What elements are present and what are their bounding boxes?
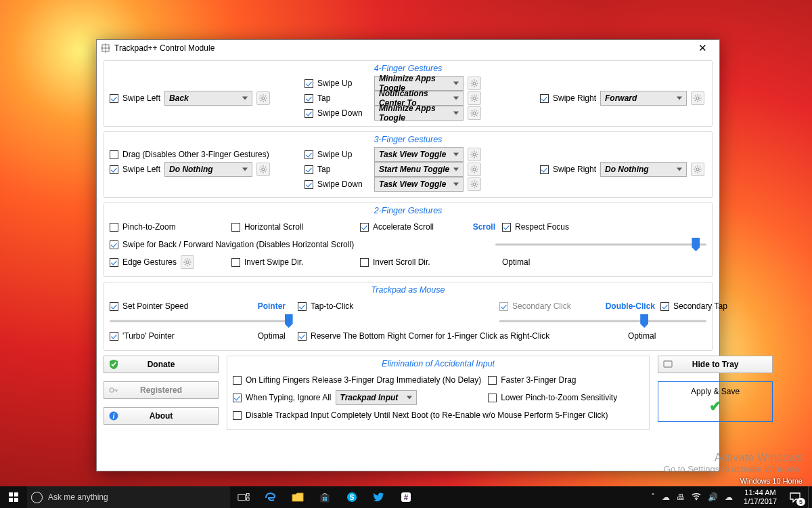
chk-turbo[interactable] — [110, 332, 118, 341]
store-icon[interactable] — [311, 486, 338, 508]
chk-swipenav[interactable] — [110, 240, 118, 249]
chk-4f-swipe-left[interactable] — [110, 94, 118, 103]
chk-reserve[interactable] — [298, 332, 307, 341]
combo-4f-swipe-left[interactable]: Back — [164, 91, 252, 106]
hide-button[interactable]: Hide to Tray — [658, 356, 773, 373]
taskview-button[interactable] — [230, 486, 257, 508]
group-title-2finger: 2-Finger Gestures — [110, 206, 706, 215]
chk-invert-swipe[interactable] — [231, 258, 240, 267]
cortana-icon — [31, 492, 43, 503]
search-box[interactable]: Ask me anything — [27, 486, 230, 508]
chk-set-speed[interactable] — [110, 302, 118, 311]
close-button[interactable]: ✕ — [690, 41, 715, 56]
action-center-button[interactable]: 5 — [782, 486, 808, 508]
link-double[interactable]: Double-Click — [606, 301, 655, 311]
slider-scroll[interactable] — [495, 238, 706, 251]
combo-3f-tap[interactable]: Start Menu Toggle — [374, 162, 464, 177]
chk-edge[interactable] — [110, 258, 118, 267]
lbl-3f-swipe-down: Swipe Down — [317, 179, 370, 189]
link-pointer[interactable]: Pointer — [258, 301, 286, 311]
show-desktop-button[interactable] — [808, 486, 812, 508]
gear-icon[interactable] — [468, 163, 481, 176]
wifi-icon[interactable] — [692, 492, 701, 503]
combo-3f-swipe-down[interactable]: Task View Toggle — [374, 177, 464, 192]
chk-typing[interactable] — [233, 394, 242, 402]
chk-respect[interactable] — [502, 223, 511, 232]
gear-icon[interactable] — [256, 163, 270, 176]
onedrive-icon[interactable]: ☁ — [725, 492, 733, 502]
gear-icon[interactable] — [691, 91, 704, 105]
volume-icon[interactable]: 🔊 — [708, 492, 718, 502]
taskbar-clock[interactable]: 11:44 AM 1/17/2017 — [738, 488, 782, 506]
combo-typing[interactable]: Trackpad Input — [336, 390, 417, 405]
about-button[interactable]: i About — [104, 407, 219, 425]
chk-3f-swipe-down[interactable] — [304, 180, 313, 189]
lbl-edge: Edge Gestures — [122, 257, 177, 267]
chk-hscroll[interactable] — [231, 223, 240, 232]
chk-invert-scroll[interactable] — [360, 258, 369, 267]
slider-double[interactable] — [499, 315, 706, 327]
combo-4f-swipe-down[interactable]: Minimize Apps Toogle — [374, 106, 464, 121]
chk-faster[interactable] — [488, 376, 497, 385]
chk-4f-swipe-up[interactable] — [304, 79, 313, 88]
lbl-set-speed: Set Pointer Speed — [122, 301, 188, 311]
titlebar[interactable]: Trackpad++ Control Module ✕ — [97, 40, 719, 56]
gear-icon[interactable] — [468, 148, 481, 161]
lbl-3f-swipe-up: Swipe Up — [317, 150, 370, 159]
chk-3f-tap[interactable] — [304, 165, 313, 174]
lbl-respect: Respect Focus — [515, 222, 569, 232]
svg-rect-27 — [323, 499, 325, 501]
combo-3f-swipe-up[interactable]: Task View Toggle — [374, 147, 464, 162]
bluetooth-icon[interactable]: 🖷 — [677, 492, 685, 502]
lbl-onlift: On Lifting Fingers Release 3-Finger Drag… — [246, 375, 481, 385]
chk-pinch[interactable] — [110, 223, 118, 232]
slack-icon[interactable]: # — [392, 486, 420, 508]
lbl-4f-tap: Tap — [317, 93, 370, 103]
chk-secondary-click[interactable] — [499, 302, 508, 311]
chk-accel[interactable] — [360, 223, 369, 232]
combo-4f-swipe-right[interactable]: Forward — [600, 91, 687, 106]
info-icon: i — [108, 410, 119, 421]
edge-icon[interactable] — [257, 486, 284, 508]
lbl-pinch: Pinch-to-Zoom — [122, 222, 176, 232]
cloud-icon[interactable]: ☁ — [662, 492, 670, 502]
chk-lower-pinch[interactable] — [488, 394, 497, 402]
start-button[interactable] — [0, 486, 27, 508]
system-tray[interactable]: ˄ ☁ 🖷 🔊 ☁ — [646, 492, 738, 503]
registered-button[interactable]: Registered — [104, 381, 219, 399]
link-scroll[interactable]: Scroll — [473, 222, 495, 232]
chk-secondary-tap[interactable] — [660, 302, 669, 311]
chk-4f-tap[interactable] — [304, 94, 313, 103]
chevron-up-icon[interactable]: ˄ — [651, 492, 655, 502]
skype-icon[interactable]: S — [338, 486, 365, 508]
chk-3f-swipe-right[interactable] — [540, 165, 549, 174]
combo-3f-swipe-right[interactable]: Do Nothing — [600, 162, 687, 177]
gear-icon[interactable] — [181, 255, 194, 269]
gear-icon[interactable] — [468, 91, 481, 105]
gear-icon[interactable] — [256, 91, 270, 105]
gear-icon[interactable] — [468, 177, 481, 191]
chk-4f-swipe-right[interactable] — [540, 94, 549, 103]
explorer-icon[interactable] — [284, 486, 311, 508]
chk-tap-click[interactable] — [298, 302, 307, 311]
chk-disable-full[interactable] — [233, 411, 242, 420]
chk-4f-swipe-down[interactable] — [304, 109, 313, 118]
gear-icon[interactable] — [468, 77, 481, 90]
chk-onlift[interactable] — [233, 376, 242, 385]
chk-3f-drag[interactable] — [110, 150, 118, 159]
search-placeholder: Ask me anything — [48, 492, 108, 502]
chk-3f-swipe-left[interactable] — [110, 165, 118, 174]
gear-icon[interactable] — [468, 106, 481, 120]
donate-button[interactable]: Donate — [104, 356, 219, 373]
lbl-tap-click: Tap-to-Click — [311, 301, 353, 311]
lbl-3f-tap: Tap — [317, 165, 370, 174]
lbl-secondary-click: Secondary Click — [512, 301, 571, 311]
lbl-double-optimal: Optimal — [628, 331, 656, 341]
combo-3f-swipe-left[interactable]: Do Nothing — [164, 162, 252, 177]
twitter-icon[interactable] — [365, 486, 392, 508]
gear-icon[interactable] — [691, 163, 704, 176]
apply-label: Apply & Save — [691, 387, 740, 396]
slider-pointer[interactable] — [110, 315, 292, 327]
apply-button[interactable]: Apply & Save ✔ — [658, 381, 773, 422]
chk-3f-swipe-up[interactable] — [304, 150, 313, 159]
